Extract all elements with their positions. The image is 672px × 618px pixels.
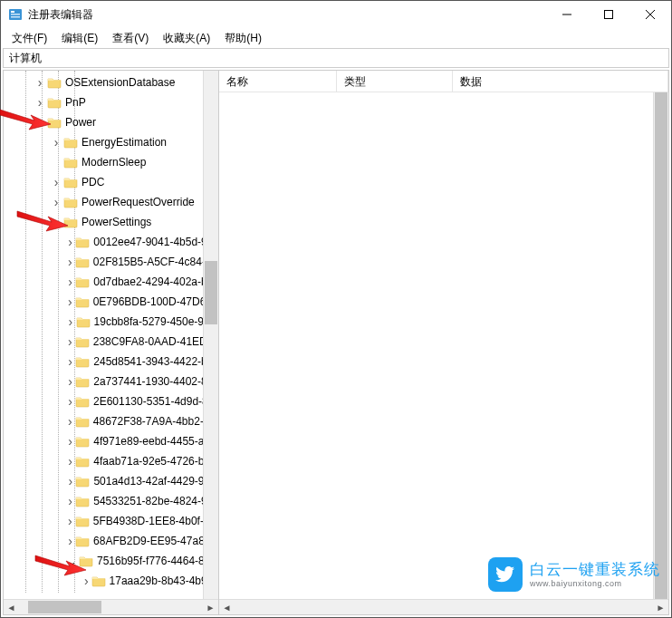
scrollbar-thumb[interactable]: [205, 261, 217, 324]
folder-icon: [75, 275, 90, 288]
tree-node[interactable]: ›5FB4938D-1EE8-4b0f-9A3C-5036B0AB995C: [4, 511, 218, 531]
folder-icon: [75, 495, 90, 507]
chevron-right-icon[interactable]: ›: [67, 235, 73, 249]
chevron-right-icon[interactable]: ›: [67, 414, 73, 429]
folder-icon: [91, 575, 106, 587]
chevron-right-icon[interactable]: ›: [67, 434, 73, 449]
tree-node[interactable]: ›02F815B5-A5CF-4c84-BF20-649D1F75D3D8: [4, 252, 218, 272]
svg-rect-3: [11, 16, 20, 18]
menu-view[interactable]: 查看(V): [105, 29, 156, 48]
folder-icon: [63, 176, 78, 188]
tree-node[interactable]: ›68AFB2D9-EE95-47a8-8f50-4115088073b1: [4, 531, 218, 551]
chevron-right-icon[interactable]: ›: [67, 454, 73, 468]
column-type[interactable]: 类型: [337, 71, 453, 92]
tree-node-label: 501a4d13-42af-4429-9fd1-a8218c268e20: [93, 475, 218, 488]
tree-horizontal-scrollbar[interactable]: ◄ ►: [4, 599, 218, 614]
tree-node[interactable]: ›OSExtensionDatabase: [4, 72, 218, 92]
folder-icon: [75, 295, 90, 308]
chevron-right-icon[interactable]: ›: [67, 314, 74, 329]
chevron-right-icon[interactable]: ›: [67, 255, 73, 269]
tree-node[interactable]: ›0E796BDB-100D-47D6-A2D5-F7D2DAA51F51: [4, 292, 218, 312]
chevron-right-icon[interactable]: ›: [34, 95, 45, 110]
tree-vertical-scrollbar[interactable]: [203, 71, 218, 599]
close-button[interactable]: [629, 1, 671, 28]
tree-node[interactable]: ⌄Power: [4, 112, 218, 132]
tree-node[interactable]: ›2a737441-1930-4402-8d77-b2bebba308a3: [4, 372, 218, 391]
tree-node[interactable]: ›EnergyEstimation: [4, 132, 218, 152]
folder-icon: [75, 395, 90, 408]
tree-node[interactable]: ›2E601130-5351-4d9d-8E04-252966BAD054: [4, 391, 218, 411]
menu-file[interactable]: 文件(F): [5, 29, 54, 48]
chevron-right-icon[interactable]: ›: [67, 494, 73, 508]
maximize-button[interactable]: [588, 1, 629, 28]
scroll-right-icon[interactable]: ►: [203, 600, 218, 615]
folder-icon: [75, 455, 90, 468]
chevron-right-icon[interactable]: ›: [51, 135, 62, 150]
menu-favorites[interactable]: 收藏夹(A): [156, 29, 217, 48]
list-pane[interactable]: 名称 类型 数据 ◄ ►: [219, 71, 668, 614]
tree-node-label: Power: [65, 116, 96, 129]
svg-rect-1: [11, 11, 14, 13]
chevron-right-icon[interactable]: ›: [34, 75, 45, 90]
tree-node[interactable]: ›4f971e89-eebd-4455-a8de-9e59040e7347: [4, 431, 218, 451]
scrollbar-thumb[interactable]: [28, 601, 101, 613]
address-bar[interactable]: 计算机: [3, 48, 669, 68]
folder-icon: [76, 315, 91, 328]
chevron-right-icon[interactable]: ›: [51, 195, 62, 209]
folder-icon: [75, 435, 90, 448]
tree-node[interactable]: ModernSleep: [4, 152, 218, 172]
tree-node[interactable]: ›0d7dbae2-4294-402a-ba8e-26777e8488cd: [4, 272, 218, 292]
tree-node[interactable]: ›238C9FA8-0AAD-41ED-83F4-97BE242C8F20: [4, 332, 218, 352]
scrollbar-thumb[interactable]: [655, 92, 667, 599]
svg-rect-2: [11, 14, 20, 15]
column-data[interactable]: 数据: [453, 71, 668, 92]
folder-icon: [47, 116, 62, 129]
tree-node[interactable]: ›48672F38-7A9A-4bb2-8BF8-3D85BE19DE4E: [4, 411, 218, 431]
tree-node[interactable]: ›245d8541-3943-4422-b025-13a784f679b7: [4, 352, 218, 372]
chevron-right-icon[interactable]: ›: [67, 334, 73, 349]
tree-node-label: 0d7dbae2-4294-402a-ba8e-26777e8488cd: [93, 275, 218, 288]
tree-node[interactable]: ›501a4d13-42af-4429-9fd1-a8218c268e20: [4, 471, 218, 491]
chevron-down-icon[interactable]: ⌄: [67, 555, 77, 568]
tree-node[interactable]: ⌄7516b95f-f776-4464-8c53-06167f40cc99: [4, 551, 218, 571]
scroll-left-icon[interactable]: ◄: [4, 600, 19, 615]
tree-node[interactable]: ›PDC: [4, 172, 218, 192]
tree-node-label: 19cbb8fa-5279-450e-9fac-8a3d5fedd0c1: [94, 315, 218, 328]
column-name[interactable]: 名称: [219, 71, 337, 92]
chevron-down-icon[interactable]: ⌄: [51, 216, 62, 229]
chevron-right-icon[interactable]: ›: [67, 374, 73, 389]
chevron-right-icon[interactable]: ›: [67, 534, 73, 548]
chevron-right-icon[interactable]: ›: [67, 514, 73, 528]
chevron-right-icon[interactable]: ›: [67, 354, 73, 369]
tree-node[interactable]: ›19cbb8fa-5279-450e-9fac-8a3d5fedd0c1: [4, 312, 218, 332]
tree-pane[interactable]: ›OSExtensionDatabase›PnP⌄Power›EnergyEst…: [4, 71, 219, 614]
chevron-right-icon[interactable]: ›: [67, 295, 73, 309]
folder-icon: [79, 555, 93, 567]
tree-node-label: PowerRequestOverride: [82, 196, 195, 208]
chevron-right-icon[interactable]: ›: [83, 574, 90, 588]
tree-node[interactable]: ›4faab71a-92e5-4726-b531-224559672d19: [4, 451, 218, 471]
scroll-right-icon[interactable]: ►: [653, 600, 668, 615]
tree-node[interactable]: ›17aaa29b-8b43-4b94-aafe-35f64daaf1ee: [4, 571, 218, 591]
scroll-left-icon[interactable]: ◄: [219, 600, 235, 615]
tree-node[interactable]: ›PowerRequestOverride: [4, 192, 218, 212]
tree-node[interactable]: ›0012ee47-9041-4b5d-9b77-535fba8b1442: [4, 232, 218, 252]
chevron-right-icon[interactable]: ›: [67, 275, 73, 289]
tree-node[interactable]: ⌄PowerSettings: [4, 212, 218, 232]
list-horizontal-scrollbar[interactable]: ◄ ►: [219, 599, 668, 614]
tree-node-label: ModernSleep: [82, 156, 146, 169]
chevron-right-icon[interactable]: ›: [67, 474, 73, 488]
window-title: 注册表编辑器: [28, 7, 546, 23]
title-bar[interactable]: 注册表编辑器: [1, 1, 671, 28]
chevron-right-icon[interactable]: ›: [67, 394, 73, 409]
menu-help[interactable]: 帮助(H): [217, 29, 269, 48]
tree-node[interactable]: ›PnP: [4, 92, 218, 112]
menu-edit[interactable]: 编辑(E): [54, 29, 105, 48]
chevron-right-icon[interactable]: ›: [51, 175, 62, 189]
minimize-button[interactable]: [546, 1, 588, 28]
chevron-down-icon[interactable]: ⌄: [34, 116, 45, 130]
tree-node[interactable]: ›54533251-82be-4824-96c1-47b60b740d00: [4, 491, 218, 511]
watermark: 白云一键重装系统 www.baiyunxitong.com: [488, 557, 660, 592]
folder-icon: [75, 335, 90, 348]
list-vertical-scrollbar[interactable]: [653, 92, 668, 599]
